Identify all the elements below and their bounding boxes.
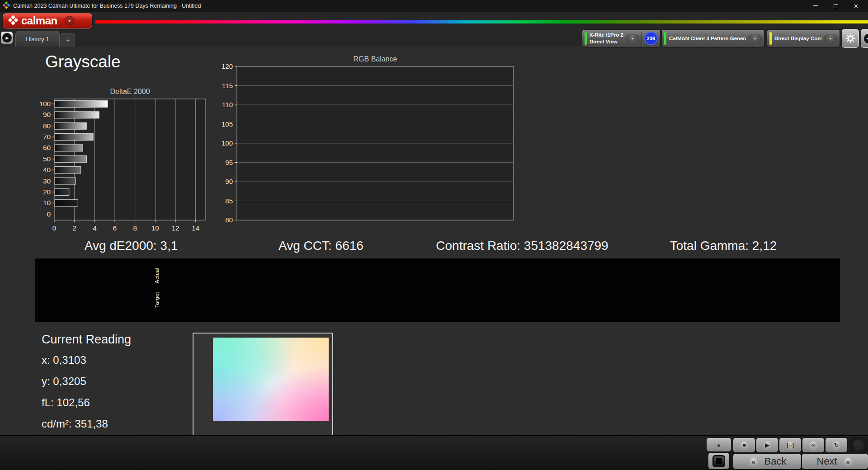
meter-dropdown-button[interactable]: ▼ [626,34,639,43]
pattern-generator-control[interactable]: CalMAN Client 3 Pattern Generator ▼ [662,30,764,47]
svg-text:90: 90 [43,111,51,118]
svg-text:60: 60 [43,144,51,151]
current-reading-y: y: 0,3205 [42,375,131,388]
svg-text:105: 105 [222,120,233,128]
svg-text:70: 70 [43,133,51,141]
chevron-down-icon: ▼ [631,37,634,40]
chevron-down-icon: ▼ [829,37,832,40]
stop-icon: ■ [742,442,745,448]
continuous-measure-button[interactable]: ∞ [802,438,824,452]
pattern-window-icon [712,455,725,467]
toolbar-collapse-button[interactable]: ▲ [707,438,731,451]
close-icon: × [854,2,859,10]
series-icon: [··] [787,442,794,448]
display-control-status-indicator [769,32,772,45]
meter-count-badge: 238 [644,32,658,45]
svg-text:2: 2 [72,224,76,232]
stat-avg-cct: Avg CCT: 6616 [240,239,402,253]
stat-total-gamma: Total Gamma: 2,12 [642,239,805,253]
refresh-icon: ↻ [834,442,839,448]
window-titlebar: Calman 2023 Calman Ultimate for Business… [0,0,868,12]
tab-history-1[interactable]: History 1 [15,31,60,47]
svg-text:30: 30 [43,177,51,185]
meter-control[interactable]: X-Rite i1Pro 2Direct View ▼ 238 [582,30,660,47]
svg-text:100: 100 [39,100,51,108]
gear-icon [845,33,855,43]
svg-text:40: 40 [43,166,51,174]
play-button[interactable]: ▶ [756,438,778,452]
next-button[interactable]: Next » [802,454,868,469]
minimize-button[interactable] [805,0,826,12]
chevron-down-icon: ▼ [68,19,71,23]
stat-contrast-ratio: Contrast Ratio: 351382843799 [416,239,628,253]
app-header: calman ▼ ▶ History 1 + X-Rite i1Pro 2Dir… [0,12,868,47]
svg-text:6: 6 [113,224,117,232]
calman-app-window: Calman 2023 Calman Ultimate for Business… [0,0,868,470]
svg-text:80: 80 [225,216,233,224]
measure-series-button[interactable]: [··] [779,438,801,452]
svg-text:0: 0 [47,210,51,218]
stat-avg-de2000: Avg dE2000: 3,1 [50,239,212,253]
settings-button[interactable] [842,29,859,48]
status-knob [849,437,868,453]
current-reading-x: x: 0,3103 [42,354,131,367]
svg-text:8: 8 [133,224,137,232]
close-button[interactable]: × [846,0,866,12]
collapse-panel-button[interactable]: ◀ [861,29,868,48]
play-arrow-icon: ▶ [2,33,12,42]
display-control-dropdown-button[interactable]: ▼ [824,34,837,43]
svg-text:95: 95 [225,159,233,166]
window-title: Calman 2023 Calman Ultimate for Business… [13,3,201,9]
gamma-log-log-chart [529,54,828,237]
svg-text:12: 12 [172,224,179,232]
target-row-label: Target [153,287,160,313]
play-icon: ▶ [765,442,769,448]
svg-text:90: 90 [225,178,233,185]
pattern-generator-dropdown-button[interactable]: ▼ [748,34,762,43]
current-reading-fl: fL: 102,56 [42,396,131,409]
actual-row-label: Actual [153,263,160,288]
pattern-generator-status-indicator [664,32,666,45]
infinity-icon: ∞ [811,442,816,448]
svg-text:85: 85 [225,197,233,205]
meter-mode: Direct View [590,39,618,44]
restore-button[interactable] [826,0,846,12]
svg-text:DeltaE 2000: DeltaE 2000 [110,88,150,95]
svg-text:14: 14 [192,224,199,232]
minimize-icon [813,5,818,6]
svg-text:120: 120 [222,62,233,70]
calman-diamond-icon [7,15,19,26]
svg-text:80: 80 [43,122,51,130]
calman-logo-button[interactable]: calman ▼ [3,13,92,28]
loop-measure-button[interactable]: ↻ [826,438,847,452]
grayscale-swatch-strip: Actual Target [35,258,840,322]
stop-button[interactable]: ■ [733,438,755,452]
svg-text:110: 110 [222,101,233,108]
display-control-label: Direct Display Control [774,36,821,41]
back-button[interactable]: « Back [733,454,801,469]
logo-label: calman [21,15,57,26]
app-icon [2,1,11,10]
logo-menu-button[interactable]: ▼ [65,16,75,26]
svg-text:0: 0 [52,224,56,232]
svg-text:115: 115 [222,82,233,89]
current-reading-cdm2: cd/m²: 351,38 [42,418,131,430]
deltae-2000-chart: DeltaE 200002468101214100908070605040302… [38,84,210,237]
cie-chromaticity-chart [193,333,333,436]
display-control[interactable]: Direct Display Control ▼ [767,30,840,47]
chevron-right-icon: » [846,458,849,465]
meter-status-indicator [585,32,587,45]
pattern-generator-label: CalMAN Client 3 Pattern Generator [669,36,746,41]
restore-icon [834,4,838,8]
svg-text:4: 4 [93,224,96,232]
pattern-window-button[interactable] [708,453,729,469]
pattern-toolbar: ▲ ■ ▶ [··] ∞ ↻ « Back Next » [0,435,868,470]
svg-text:20: 20 [43,188,51,196]
add-tab-button[interactable]: + [61,33,75,47]
page-title: Grayscale [45,52,121,71]
svg-text:100: 100 [222,139,233,147]
current-reading-panel: Current Reading x: 0,3103 y: 0,3205 fL: … [42,333,131,439]
chevron-up-icon: ▲ [717,442,722,447]
svg-text:10: 10 [151,224,159,232]
sidebar-expand-button[interactable]: ▶ [1,32,13,44]
